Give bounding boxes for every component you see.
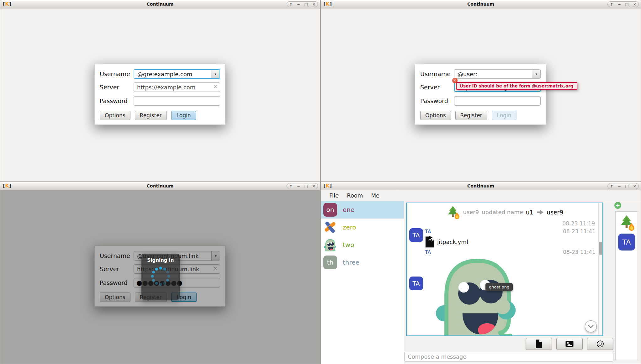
- room-label: zero: [343, 224, 356, 231]
- room-label: one: [343, 206, 354, 214]
- sender-avatar[interactable]: TA: [409, 228, 423, 242]
- shade-button[interactable]: ↑: [287, 2, 295, 7]
- close-button[interactable]: ×: [631, 183, 639, 189]
- maximize-button[interactable]: □: [302, 2, 310, 7]
- login-button-disabled: Login: [492, 111, 517, 120]
- minimize-button[interactable]: −: [616, 2, 623, 7]
- room-row-one[interactable]: on one: [321, 201, 404, 219]
- chat-body: on one zero two th three: [321, 201, 641, 364]
- server-label: Server: [100, 84, 134, 91]
- shade-button[interactable]: ↑: [608, 2, 616, 7]
- desktop: [K] Continuum ↑ − □ × Username @gre:exam…: [0, 0, 641, 364]
- window-controls: ↑ − □ ×: [607, 1, 639, 7]
- window-controls: ↑ − □ ×: [287, 183, 318, 189]
- close-button[interactable]: ×: [310, 2, 318, 7]
- room-row-two[interactable]: two: [321, 236, 404, 254]
- room-label: two: [343, 241, 354, 249]
- username-label: Username: [420, 71, 454, 77]
- signing-in-label: Signing in: [141, 257, 180, 263]
- room-label: three: [343, 259, 359, 266]
- options-button[interactable]: Options: [100, 111, 130, 120]
- minimize-button[interactable]: −: [295, 2, 303, 7]
- add-member-button[interactable]: +: [614, 202, 621, 209]
- clear-icon[interactable]: ×: [213, 84, 217, 89]
- shade-button[interactable]: ↑: [287, 183, 295, 189]
- member-list: TA: [615, 211, 638, 360]
- password-label: Password: [100, 98, 134, 104]
- file-icon: [535, 339, 543, 349]
- options-button[interactable]: Options: [420, 111, 451, 120]
- username-combobox[interactable]: @user: ▾: [454, 69, 541, 79]
- titlebar[interactable]: [K] Continuum ↑ − □ ×: [321, 0, 641, 8]
- close-button[interactable]: ×: [310, 183, 318, 189]
- jump-to-bottom-button[interactable]: [585, 320, 597, 332]
- attach-image-button[interactable]: [556, 338, 583, 350]
- image-attachment-ghost[interactable]: [426, 256, 596, 336]
- message-list: user9 updated name u1 user9 08-23 11:19 …: [406, 203, 603, 336]
- username-label: Username: [100, 71, 134, 77]
- tree-fire-avatar-icon: [446, 205, 460, 219]
- window-title: Continuum: [321, 183, 641, 188]
- event-new-name: user9: [547, 209, 564, 216]
- member-avatar-tree-fire-icon[interactable]: [618, 214, 635, 231]
- menu-me[interactable]: Me: [367, 192, 384, 199]
- maximize-button[interactable]: □: [623, 2, 631, 7]
- window-content: Username @user:continuum.link ▾ Server h…: [0, 190, 320, 364]
- emoji-button[interactable]: [587, 338, 613, 350]
- register-button[interactable]: Register: [455, 111, 487, 120]
- window-login-filled: [K] Continuum ↑ − □ × Username @gre:exam…: [0, 0, 320, 182]
- event-old-name: u1: [526, 209, 533, 216]
- password-input[interactable]: [454, 96, 541, 106]
- message-timestamp: 08-23 11:41: [563, 228, 596, 235]
- server-input[interactable]: https://example.com: [134, 82, 220, 92]
- titlebar[interactable]: [K] Continuum ↑ − □ ×: [321, 182, 641, 190]
- smiley-icon: [596, 340, 604, 348]
- menu-file[interactable]: File: [325, 192, 343, 199]
- window-content: Username @user: ▾ Server https://matrix.…: [321, 8, 641, 182]
- window-login-signing-in: [K] Continuum ↑ − □ × Username @user:con…: [0, 182, 320, 364]
- titlebar[interactable]: [K] Continuum ↑ − □ ×: [0, 0, 320, 8]
- chevron-down-icon[interactable]: ▾: [211, 70, 220, 78]
- chevron-down-icon: [588, 324, 594, 328]
- minimize-button[interactable]: −: [295, 183, 303, 189]
- scrollbar-thumb[interactable]: [599, 242, 602, 255]
- event-action: updated name: [482, 209, 523, 215]
- room-row-zero[interactable]: zero: [321, 219, 404, 236]
- login-panel: Username @gre:example.com ▾ Server https…: [94, 64, 225, 125]
- sender-name: TA: [425, 229, 431, 235]
- member-avatar[interactable]: TA: [618, 234, 635, 251]
- window-controls: ↑ − □ ×: [287, 1, 318, 7]
- attach-file-button[interactable]: [526, 338, 552, 350]
- image-icon: [565, 340, 574, 348]
- titlebar[interactable]: [K] Continuum ↑ − □ ×: [0, 182, 320, 190]
- file-attachment[interactable]: jitpack.yml: [425, 235, 596, 248]
- username-combobox[interactable]: @gre:example.com ▾: [134, 69, 220, 79]
- register-button[interactable]: Register: [135, 111, 167, 120]
- chevron-down-icon[interactable]: ▾: [532, 70, 540, 78]
- error-tooltip: User ID should be of the form @user:matr…: [456, 82, 577, 90]
- shade-button[interactable]: ↑: [608, 183, 616, 189]
- close-button[interactable]: ×: [631, 2, 639, 7]
- name-change-event: user9 updated name u1 user9: [407, 203, 602, 219]
- login-button[interactable]: Login: [171, 111, 196, 120]
- room-avatar: th: [323, 256, 337, 269]
- window-title: Continuum: [321, 2, 641, 7]
- menu-room[interactable]: Room: [343, 192, 367, 199]
- maximize-button[interactable]: □: [302, 183, 310, 189]
- window-title: Continuum: [0, 183, 320, 188]
- window-content: Username @gre:example.com ▾ Server https…: [0, 8, 320, 182]
- sender-avatar[interactable]: TA: [409, 277, 423, 290]
- menu-bar: File Room Me: [321, 190, 641, 201]
- maximize-button[interactable]: □: [623, 183, 631, 189]
- message-scrollbar[interactable]: [598, 203, 602, 335]
- event-sender: user9: [463, 209, 479, 215]
- room-row-three[interactable]: th three: [321, 254, 404, 271]
- compose-input[interactable]: [404, 352, 613, 361]
- signing-in-popup: Signing in: [141, 254, 180, 300]
- error-icon: ×: [452, 78, 458, 83]
- arrow-right-icon: [536, 210, 544, 215]
- event-timestamp: 08-23 11:19: [407, 219, 602, 228]
- minimize-button[interactable]: −: [616, 183, 623, 189]
- window-title: Continuum: [0, 2, 320, 7]
- password-input[interactable]: [134, 96, 220, 106]
